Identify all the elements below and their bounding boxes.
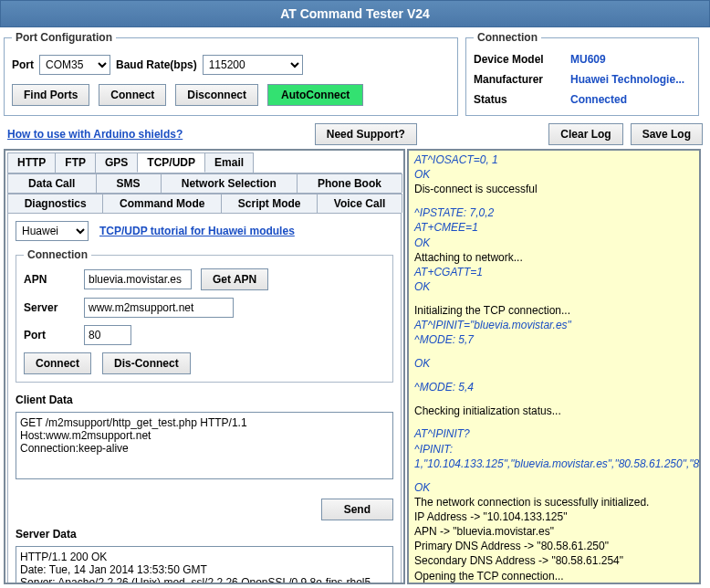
log-command-line: ^MODE: 5,4 [414,380,694,394]
log-message-line: Primary DNS Address -> "80.58.61.250" [414,539,694,553]
log-command-line: ^MODE: 5,7 [414,332,694,347]
left-panel: HTTPFTPGPSTCP/UDPEmail Data CallSMSNetwo… [4,149,405,584]
log-command-line: OK [414,279,694,294]
save-log-button[interactable]: Save Log [631,123,703,145]
tab-gps[interactable]: GPS [95,152,138,173]
apn-input[interactable] [84,269,192,289]
tab-sms[interactable]: SMS [96,173,162,193]
tcp-tutorial-link[interactable]: TCP/UDP tutorial for Huawei modules [99,225,295,237]
find-ports-button[interactable]: Find Ports [12,84,89,106]
tab-row-1: HTTPFTPGPSTCP/UDPEmail [7,152,402,173]
baud-label: Baud Rate(bps) [116,58,197,71]
log-message-line: IP Address -> "10.104.133.125" [414,509,694,524]
arduino-help-link[interactable]: How to use with Arduino shields? [7,128,183,141]
need-support-button[interactable]: Need Support? [315,123,417,145]
status-value: Connected [570,93,691,106]
log-command-line: ^IPINIT: 1,"10.104.133.125","bluevia.mov… [414,442,694,471]
device-model-value: MU609 [570,53,691,66]
tcp-disconnect-button[interactable]: Dis-Connect [102,352,191,374]
tab-voice-call[interactable]: Voice Call [317,194,402,213]
port-config-group: Port Configuration Port COM35 Baud Rate(… [4,31,458,116]
log-message-line: Opening the TCP connection... [414,569,694,583]
log-command-line: AT^IPINIT="bluevia.movistar.es" [414,318,694,332]
log-command-line: AT+CGATT=1 [414,265,694,279]
log-command-line: OK [414,356,694,371]
server-data-label: Server Data [16,528,393,541]
server-input[interactable] [84,298,234,318]
tab-script-mode[interactable]: Script Mode [221,194,318,213]
tab-http[interactable]: HTTP [7,152,56,173]
device-model-label: Device Model [474,53,565,66]
disconnect-button[interactable]: Disconnect [175,84,258,106]
log-command-line: OK [414,480,694,495]
log-command-line: ^IPSTATE: 7,0,2 [414,205,694,220]
log-command-line: AT^IOSACT=0, 1 [414,152,694,167]
autoconnect-button[interactable]: AutoConnect [267,84,363,106]
get-apn-button[interactable]: Get APN [201,268,268,290]
tab-phone-book[interactable]: Phone Book [297,173,402,193]
log-command-line: OK [414,167,694,182]
title-bar: AT Command Tester V24 [0,0,710,27]
tab-row-3: DiagnosticsCommand ModeScript ModeVoice … [7,194,402,214]
server-label: Server [24,301,75,314]
port-select[interactable]: COM35 [39,55,110,75]
apn-label: APN [24,273,75,286]
tcp-port-input[interactable] [84,325,131,345]
tab-row-2: Data CallSMSNetwork SelectionPhone Book [7,173,402,194]
client-data-textarea[interactable]: GET /m2msupport/http_get_test.php HTTP/1… [16,412,393,479]
tab-ftp[interactable]: FTP [55,152,96,173]
tab-data-call[interactable]: Data Call [7,173,97,193]
tab-tcp-udp[interactable]: TCP/UDP [137,152,205,173]
module-select[interactable]: Huawei [16,221,89,241]
tcp-port-label: Port [24,329,75,341]
log-command-line: AT+CMEE=1 [414,220,694,235]
clear-log-button[interactable]: Clear Log [548,123,622,145]
tab-email[interactable]: Email [204,152,254,173]
connection-legend: Connection [474,31,541,44]
connect-button[interactable]: Connect [99,84,166,106]
tcp-connection-group: Connection APN Get APN Server Port Conne… [16,248,393,383]
send-button[interactable]: Send [321,499,393,520]
tab-diagnostics[interactable]: Diagnostics [7,194,103,213]
connection-status-group: Connection Device Model MU609 Manufactur… [465,31,699,116]
log-message-line: Checking initialization status... [414,404,694,418]
client-data-label: Client Data [16,394,393,406]
log-message-line: Secondary DNS Address -> "80.58.61.254" [414,553,694,568]
manufacturer-value: Huawei Technologie... [570,73,691,86]
port-config-legend: Port Configuration [12,31,116,44]
manufacturer-label: Manufacturer [474,73,565,86]
log-message-line: APN -> "bluevia.movistar.es" [414,524,694,539]
log-message-line: Dis-connect is successful [414,182,694,196]
log-command-line: AT^IPINIT? [414,426,694,441]
log-message-line: Initializing the TCP connection... [414,303,694,318]
tab-content: Huawei TCP/UDP tutorial for Huawei modul… [7,214,402,584]
log-message-line: The network connection is sucessfully in… [414,495,694,509]
baud-select[interactable]: 115200 [203,55,303,75]
log-panel[interactable]: AT^IOSACT=0, 1OKDis-connect is successfu… [407,149,701,584]
server-data-textarea[interactable]: HTTP/1.1 200 OK Date: Tue, 14 Jan 2014 1… [16,546,393,584]
log-command-line: OK [414,236,694,250]
tcp-connect-button[interactable]: Connect [24,352,91,374]
port-label: Port [12,58,34,71]
status-label: Status [474,93,565,106]
tab-network-selection[interactable]: Network Selection [161,173,298,193]
tcp-connection-legend: Connection [24,248,91,261]
log-message-line: Attaching to network... [414,250,694,265]
tab-command-mode[interactable]: Command Mode [102,194,222,213]
